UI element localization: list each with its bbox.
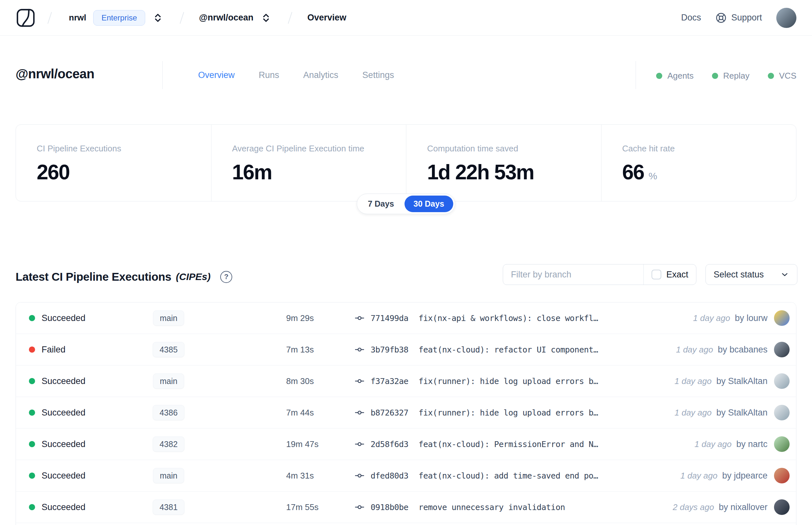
status-dot-icon: [29, 441, 35, 447]
stats-cards: CI Pipeline Executions 260 Average CI Pi…: [16, 124, 796, 201]
branch-badge[interactable]: main: [153, 468, 184, 483]
stat-value: 16m: [232, 161, 272, 184]
commit-cell: dfed80d3 feat(nx-cloud): add time-saved …: [354, 470, 598, 481]
status-dot-icon: [29, 473, 35, 479]
commit-message: feat(nx-cloud): PermissionError and N…: [418, 439, 598, 449]
workspace-switcher-chevrons-up-down-icon[interactable]: [260, 12, 272, 24]
tab-overview[interactable]: Overview: [198, 70, 235, 80]
green-dot-icon: [712, 73, 718, 79]
cipe-row[interactable]: Succeeded main 4m 31s dfed80d3 feat(nx-c…: [16, 460, 796, 492]
cipes-table: Succeeded main 9m 29s 771499da fix(nx-ap…: [16, 302, 796, 525]
meta-cell: 1 day ago by StalkAltan: [675, 408, 767, 418]
commit-message: feat(nx-cloud): add time-saved end po…: [418, 471, 598, 480]
branch-badge[interactable]: main: [153, 311, 184, 326]
topbar: nrwl Enterprise @nrwl/ocean Overview Doc…: [0, 0, 812, 36]
avatar: [774, 342, 790, 357]
breadcrumb-workspace[interactable]: @nrwl/ocean: [199, 13, 253, 23]
meta-cell: 1 day ago by lourw: [693, 313, 767, 323]
meta-cell: 1 day ago by jdpearce: [680, 471, 767, 481]
author-label: by jdpearce: [722, 471, 767, 480]
cipe-row[interactable]: Succeeded main 9m 29s 771499da fix(nx-ap…: [16, 302, 796, 334]
status-dot-icon: [29, 315, 35, 321]
breadcrumb-separator: [180, 12, 184, 24]
branch-badge[interactable]: 4385: [153, 342, 184, 357]
cipe-row[interactable]: Failed 4385 7m 13s 3b79fb38 feat(nx-clou…: [16, 334, 796, 365]
section-title: Latest CI Pipeline Executions: [16, 270, 171, 283]
commit-cell: 3b79fb38 feat(nx-cloud): refactor UI com…: [354, 344, 598, 355]
status-label: Succeeded: [42, 502, 86, 512]
divider: [635, 61, 636, 89]
org-switcher-chevrons-up-down-icon[interactable]: [152, 12, 163, 24]
divider: [163, 61, 163, 89]
toggle-7-days[interactable]: 7 Days: [358, 196, 403, 212]
git-commit-icon: [354, 439, 365, 449]
commit-message: fix(nx-api & workflows): close workfl…: [418, 314, 598, 323]
duration-label: 7m 44s: [286, 408, 314, 418]
author-label: by StalkAltan: [716, 408, 767, 418]
branch-badge[interactable]: 4386: [153, 405, 184, 420]
status-select[interactable]: Select status: [705, 264, 797, 285]
nx-cloud-logo-icon[interactable]: [16, 8, 36, 28]
author-label: by bcabanes: [718, 345, 767, 355]
stat-value: 66: [622, 161, 644, 184]
avatar: [774, 468, 790, 483]
time-ago: 2 days ago: [673, 502, 714, 512]
duration-label: 19m 47s: [286, 439, 319, 449]
branch-badge[interactable]: 4381: [153, 500, 184, 515]
user-avatar[interactable]: [776, 8, 796, 28]
time-ago: 1 day ago: [676, 345, 713, 355]
commit-cell: b8726327 fix(runner): hide log upload er…: [354, 407, 598, 418]
exact-toggle: Exact: [644, 270, 696, 280]
commit-hash: dfed80d3: [371, 471, 408, 480]
breadcrumb-page: Overview: [307, 13, 346, 23]
commit-cell: 2d58f6d3 feat(nx-cloud): PermissionError…: [354, 439, 598, 449]
author-label: by nartc: [736, 439, 767, 449]
time-ago: 1 day ago: [675, 376, 711, 386]
toggle-30-days[interactable]: 30 Days: [404, 196, 454, 212]
meta-cell: 1 day ago by StalkAltan: [675, 376, 767, 386]
enterprise-badge: Enterprise: [93, 10, 145, 26]
avatar: [774, 405, 790, 420]
cipe-row[interactable]: Succeeded 4386 7m 44s b8726327 fix(runne…: [16, 397, 796, 429]
exact-checkbox[interactable]: [652, 270, 661, 280]
tab-analytics[interactable]: Analytics: [303, 70, 338, 80]
branch-cell: 4381: [146, 500, 191, 515]
docs-link[interactable]: Docs: [681, 13, 701, 23]
cipe-row[interactable]: Succeeded 4381 17m 55s 0918b0be remove u…: [16, 492, 796, 523]
help-icon[interactable]: ?: [220, 271, 232, 283]
cipe-row[interactable]: Succeeded 4382 19m 47s 2d58f6d3 feat(nx-…: [16, 429, 796, 460]
git-commit-icon: [354, 470, 365, 481]
branch-badge[interactable]: 4382: [153, 437, 184, 452]
status-dot-icon: [29, 410, 35, 416]
cipe-row[interactable]: Succeeded main 8m 30s f37a32ae fix(runne…: [16, 365, 796, 397]
support-link[interactable]: Support: [715, 12, 762, 24]
page: nrwl Enterprise @nrwl/ocean Overview Doc…: [0, 0, 812, 525]
meta-cell: 1 day ago by bcabanes: [676, 345, 767, 355]
tab-runs[interactable]: Runs: [259, 70, 279, 80]
stat-suffix: %: [649, 170, 657, 181]
commit-hash: 3b79fb38: [371, 345, 408, 355]
branch-cell: main: [146, 468, 191, 483]
status-label: Succeeded: [42, 313, 86, 323]
commit-message: remove unnecessary invalidation: [418, 502, 565, 512]
period-toggle: 7 Days 30 Days: [357, 194, 455, 214]
status-dot-icon: [29, 504, 35, 510]
feature-agents: Agents: [656, 71, 694, 81]
green-dot-icon: [656, 73, 662, 79]
tab-settings[interactable]: Settings: [363, 70, 394, 80]
feature-label: VCS: [779, 71, 796, 81]
commit-hash: 771499da: [371, 314, 408, 323]
commit-hash: b8726327: [371, 408, 408, 418]
section-title-suffix: (CIPEs): [176, 271, 211, 282]
feature-label: Agents: [668, 71, 694, 81]
stat-value: 260: [37, 161, 70, 184]
author-label: by StalkAltan: [716, 376, 767, 386]
time-ago: 1 day ago: [693, 313, 730, 323]
feature-status-list: Agents Replay VCS: [656, 71, 796, 81]
breadcrumb-org[interactable]: nrwl: [69, 13, 86, 23]
branch-badge[interactable]: main: [153, 374, 184, 389]
branch-filter-input[interactable]: [503, 265, 643, 285]
commit-hash: 0918b0be: [371, 502, 408, 512]
git-commit-icon: [354, 502, 365, 512]
chevron-down-icon: [780, 270, 789, 279]
